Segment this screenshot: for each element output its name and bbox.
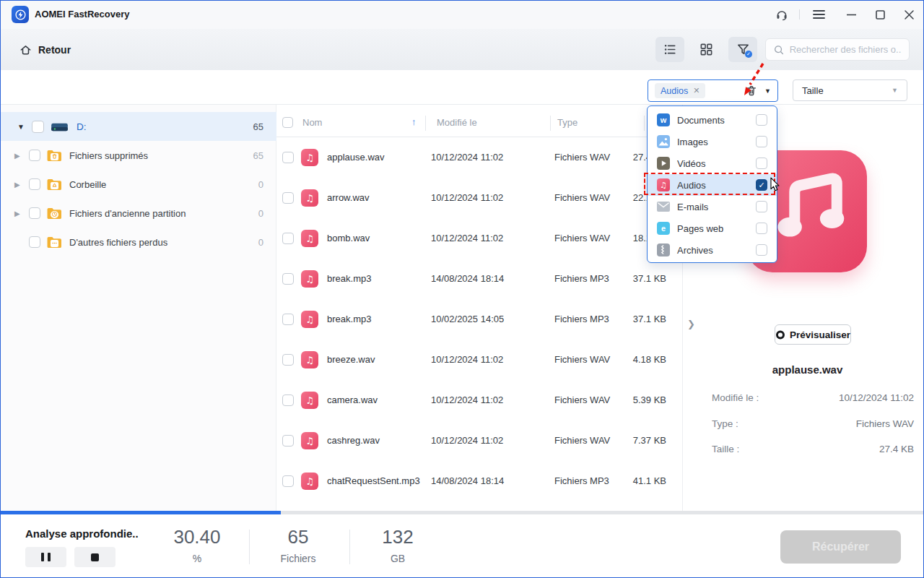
folder-trash-icon: [46, 149, 63, 163]
recover-button[interactable]: Récupérer: [780, 530, 901, 564]
row-checkbox[interactable]: [282, 152, 294, 163]
file-list-header: Nom ↑ Modifié le Type: [276, 108, 682, 137]
file-name: chatRequestSent.mp3: [327, 475, 420, 486]
type-filter-caret-icon[interactable]: ▼: [764, 87, 771, 95]
row-checkbox[interactable]: [282, 233, 294, 244]
audio-file-icon: ♫: [301, 230, 318, 247]
audio-file-icon: ♫: [301, 473, 318, 490]
row-checkbox[interactable]: [282, 475, 294, 487]
chip-label: Audios: [661, 86, 688, 96]
collapse-caret-icon[interactable]: ▶: [14, 210, 22, 217]
column-header-name[interactable]: Nom: [302, 117, 322, 128]
list-view-button[interactable]: [655, 37, 684, 62]
size-filter-label: Taille: [802, 85, 824, 96]
file-row[interactable]: ♫ arrow.wav10/12/2024 11:02Fichiers WAV2…: [276, 178, 682, 218]
row-checkbox[interactable]: [282, 314, 294, 325]
collapse-caret-icon[interactable]: ▶: [14, 152, 22, 160]
file-row[interactable]: ♫ break.mp314/08/2024 18:14Fichiers MP33…: [276, 259, 682, 299]
grid-view-icon: [699, 43, 713, 56]
drive-d-checkbox[interactable]: [32, 121, 44, 133]
tree-node-old-partition[interactable]: ▶ Fichiers d'ancienne partition 0: [0, 199, 276, 228]
home-icon: [19, 43, 32, 57]
type-filter-combobox[interactable]: Audios ✕ ▼: [648, 79, 778, 102]
grid-view-button[interactable]: [692, 37, 720, 62]
filter-active-badge: ✓: [745, 51, 752, 58]
menu-button[interactable]: [808, 6, 829, 23]
content-area: ▼ D: 65 ▶ Fichiers supprimés 65 ▶: [0, 105, 924, 511]
column-separator[interactable]: [550, 116, 551, 131]
file-size: 5.39 KB: [601, 394, 666, 405]
support-headset-button[interactable]: [772, 6, 792, 23]
column-header-modified[interactable]: Modifié le: [437, 117, 477, 128]
tree-node-deleted-files[interactable]: ▶ Fichiers supprimés 65: [0, 141, 276, 170]
clear-filters-button[interactable]: [745, 84, 758, 98]
toolbar: Retour ✓ Rechercher des fichiers o...: [0, 29, 924, 70]
tree-node-drive-d[interactable]: ▼ D: 65: [0, 112, 276, 141]
select-all-checkbox[interactable]: [282, 117, 293, 128]
filter-button[interactable]: ✓: [728, 37, 757, 62]
file-name: breeze.wav: [327, 354, 375, 365]
archives-checkbox[interactable]: [756, 244, 767, 256]
tree-node-count: 65: [253, 121, 263, 132]
dropdown-item-emails[interactable]: E-mails: [648, 196, 777, 217]
row-checkbox[interactable]: [282, 354, 294, 366]
drive-icon: [51, 121, 69, 133]
row-checkbox[interactable]: [282, 435, 294, 447]
node-checkbox[interactable]: [29, 236, 40, 248]
row-checkbox[interactable]: [282, 192, 294, 204]
sort-ascending-icon[interactable]: ↑: [411, 116, 417, 127]
dropdown-item-web-pages[interactable]: e Pages web: [648, 217, 777, 239]
close-button[interactable]: [899, 6, 919, 23]
web-pages-checkbox[interactable]: [756, 223, 767, 234]
dropdown-item-archives[interactable]: Archives: [648, 239, 777, 261]
images-checkbox[interactable]: [756, 136, 767, 147]
close-icon: [905, 10, 914, 20]
type-filter-chip[interactable]: Audios ✕: [655, 83, 705, 98]
file-row[interactable]: ♫ applause.wav10/12/2024 11:02Fichiers W…: [276, 137, 682, 178]
node-checkbox[interactable]: [29, 150, 40, 161]
chip-remove-icon[interactable]: ✕: [693, 86, 699, 95]
documents-checkbox[interactable]: [756, 114, 767, 126]
search-input[interactable]: Rechercher des fichiers o...: [765, 38, 910, 61]
column-separator[interactable]: [425, 116, 426, 131]
file-row[interactable]: ♫ bomb.wav10/12/2024 11:02Fichiers WAV18…: [276, 218, 682, 259]
minimize-button[interactable]: [841, 6, 861, 23]
collapse-caret-icon[interactable]: ▶: [14, 181, 22, 189]
videos-checkbox[interactable]: [756, 158, 767, 169]
file-row[interactable]: ♫ breeze.wav10/12/2024 11:02Fichiers WAV…: [276, 340, 682, 380]
dropdown-item-label: Vidéos: [677, 158, 706, 169]
detail-label: Type :: [712, 418, 738, 429]
pause-scan-button[interactable]: [25, 547, 66, 567]
file-row[interactable]: ♫ cashreg.wav10/12/2024 11:02Fichiers WA…: [276, 420, 682, 461]
dropdown-item-images[interactable]: Images: [648, 131, 777, 152]
file-name: bomb.wav: [327, 233, 370, 243]
back-button[interactable]: Retour: [19, 40, 71, 60]
tree-node-other-lost-files[interactable]: D'autres fichiers perdus 0: [0, 228, 276, 256]
panel-collapse-icon[interactable]: ❯: [687, 319, 695, 329]
size-filter-dropdown[interactable]: Taille ▼: [793, 79, 907, 101]
dropdown-item-documents[interactable]: w Documents: [648, 109, 777, 131]
file-list: Nom ↑ Modifié le Type ♫ applause.wav10/1…: [276, 105, 682, 511]
dropdown-item-videos[interactable]: Vidéos: [648, 152, 777, 174]
row-checkbox[interactable]: [282, 394, 294, 406]
maximize-button[interactable]: [870, 6, 890, 23]
node-checkbox[interactable]: [29, 207, 40, 219]
files-count-unit: Fichiers: [255, 553, 341, 564]
emails-checkbox[interactable]: [756, 201, 767, 212]
column-separator[interactable]: [644, 116, 645, 131]
file-row[interactable]: ♫ break.mp310/02/2025 14:05Fichiers MP33…: [276, 299, 682, 340]
folder-recycle-icon: [46, 178, 63, 191]
row-checkbox[interactable]: [282, 273, 294, 285]
tree-node-recycle-bin[interactable]: ▶ Corbeille 0: [0, 170, 276, 199]
file-row[interactable]: ♫ camera.wav10/12/2024 11:02Fichiers WAV…: [276, 380, 682, 420]
expand-caret-icon[interactable]: ▼: [17, 123, 25, 131]
file-modified: 14/08/2024 18:14: [431, 475, 504, 486]
column-header-type[interactable]: Type: [557, 117, 578, 128]
file-size: 4.18 KB: [601, 354, 666, 365]
node-checkbox[interactable]: [29, 178, 40, 190]
preview-button[interactable]: Prévisualiser: [775, 324, 851, 345]
stop-scan-button[interactable]: [74, 547, 116, 567]
file-row[interactable]: ♫ chatRequestSent.mp314/08/2024 18:14Fic…: [276, 461, 682, 501]
videos-icon: [657, 157, 670, 170]
detail-value: 10/12/2024 11:02: [839, 392, 914, 403]
